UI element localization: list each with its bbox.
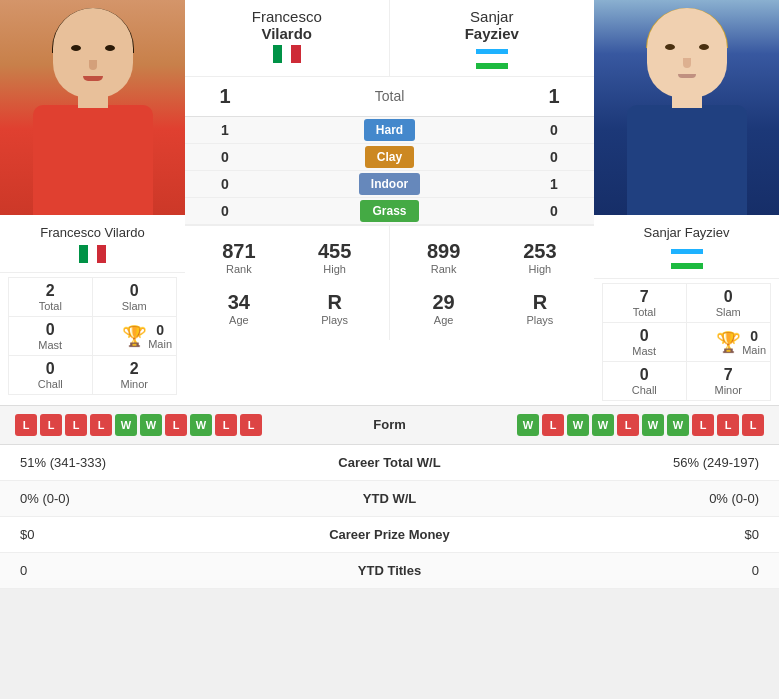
total-label: Total [255,88,524,104]
left-player-info: Francesco Vilardo [0,215,185,273]
right-head [647,8,727,98]
form-row: LLLLWWLWLL Form WLWWLWWLLL [0,406,779,444]
right-player-photo [594,0,779,215]
right-main-label: Main [742,344,766,356]
right-minor-label: Minor [689,384,769,396]
center-right-stats: 899 Rank 253 High 29 Age R [390,226,595,340]
left-first-name: Francesco [190,8,384,25]
clay-right-score: 0 [524,149,584,165]
ytd-wl-left: 0% (0-0) [20,491,290,506]
right-total-label: Total [605,306,684,318]
right-rank-lbl: Rank [404,263,484,275]
form-section: LLLLWWLWLL Form WLWWLWWLLL [0,405,779,445]
main-container: Francesco Vilardo 2 Total 0 [0,0,779,589]
left-main-value: 0 [148,322,172,338]
right-main-value: 0 [742,328,766,344]
stats-table: 51% (341-333) Career Total W/L 56% (249-… [0,445,779,589]
right-first-name: Sanjar [395,8,590,25]
right-flag-info [671,249,703,269]
left-form-badge-9: L [240,414,262,436]
left-slam-cell: 0 Slam [93,278,177,317]
left-main-cell: 0 Main [148,322,172,350]
ytd-titles-left: 0 [20,563,290,578]
left-high-center: 455 High [289,234,381,281]
right-form-badge-1: L [542,414,564,436]
left-minor-cell: 2 Minor [93,356,177,394]
career-wl-right: 56% (249-197) [490,455,760,470]
ytd-titles-label: YTD Titles [290,563,490,578]
left-chall-cell: 0 Chall [9,356,93,394]
left-form-badge-7: W [190,414,212,436]
right-stats-area: 7 Total 0 Slam 0 Mast 🏆 0 [594,279,779,405]
right-form-badge-6: W [667,414,689,436]
right-name-header: Sanjar Fayziev [390,0,595,76]
players-section: Francesco Vilardo 2 Total 0 [0,0,779,405]
grass-badge-container: Grass [255,203,524,218]
indoor-right-score: 1 [524,176,584,192]
left-player-photo [0,0,185,215]
left-chall-value: 0 [11,360,90,378]
trophy-icon-right: 🏆 [716,330,741,354]
right-rank-val: 899 [404,240,484,263]
right-mast-cell: 0 Mast [603,323,687,362]
left-flag-center [273,45,301,63]
grass-left-score: 0 [195,203,255,219]
right-chall-value: 0 [605,366,684,384]
career-wl-row: 51% (341-333) Career Total W/L 56% (249-… [0,445,779,481]
right-slam-cell: 0 Slam [687,284,771,323]
center-left-stats: 871 Rank 455 High 34 Age R [185,226,390,340]
right-form-badge-3: W [592,414,614,436]
right-chall-cell: 0 Chall [603,362,687,400]
right-player-info: Sanjar Fayziev [594,215,779,279]
left-form-badge-0: L [15,414,37,436]
left-head [53,8,133,98]
left-stats-area: 2 Total 0 Slam 0 Mast 🏆 [0,273,185,399]
ytd-titles-row: 0 YTD Titles 0 [0,553,779,589]
trophy-icon-left: 🏆 [122,324,147,348]
right-minor-cell: 7 Minor [687,362,771,400]
left-flag [79,245,107,263]
left-mast-cell: 0 Mast [9,317,93,356]
right-minor-value: 7 [689,366,769,384]
right-form-badge-9: L [742,414,764,436]
right-plays-center: R Plays [494,285,586,332]
prize-label: Career Prize Money [290,527,490,542]
left-minor-label: Minor [95,378,175,390]
left-main-label: Main [148,338,172,350]
right-total-cell: 7 Total [603,284,687,323]
player-names-header: Francesco Vilardo Sanjar Fayziev [185,0,594,77]
center-column: Francesco Vilardo Sanjar Fayziev [185,0,594,405]
ytd-wl-row: 0% (0-0) YTD W/L 0% (0-0) [0,481,779,517]
right-high-lbl: High [500,263,580,275]
left-player-column: Francesco Vilardo 2 Total 0 [0,0,185,405]
left-form-badge-4: W [115,414,137,436]
right-player-name: Sanjar Fayziev [602,221,771,242]
left-form-badge-6: L [165,414,187,436]
right-plays-lbl: Plays [500,314,580,326]
left-high-lbl: High [295,263,375,275]
right-mast-label: Mast [605,345,684,357]
left-age-center: 34 Age [193,285,285,332]
left-center-grid: 871 Rank 455 High 34 Age R [193,234,381,332]
right-age-center: 29 Age [398,285,490,332]
hard-right-score: 0 [524,122,584,138]
career-wl-label: Career Total W/L [290,455,490,470]
grass-badge: Grass [360,200,418,222]
left-mast-value: 0 [11,321,90,339]
left-plays-center: R Plays [289,285,381,332]
right-avatar [594,0,779,215]
right-rank-center: 899 Rank [398,234,490,281]
indoor-badge-container: Indoor [255,176,524,191]
left-rank-lbl: Rank [199,263,279,275]
right-main-cell: 0 Main [742,328,766,356]
left-plays-lbl: Plays [295,314,375,326]
right-form-badge-8: L [717,414,739,436]
left-form-badge-1: L [40,414,62,436]
right-stats-grid: 7 Total 0 Slam 0 Mast 🏆 0 [602,283,771,401]
right-form-badges: WLWWLWWLLL [440,414,765,436]
right-total-value: 7 [605,288,684,306]
form-label: Form [340,417,440,432]
grass-right-score: 0 [524,203,584,219]
left-mast-label: Mast [11,339,90,351]
right-form-badge-0: W [517,414,539,436]
